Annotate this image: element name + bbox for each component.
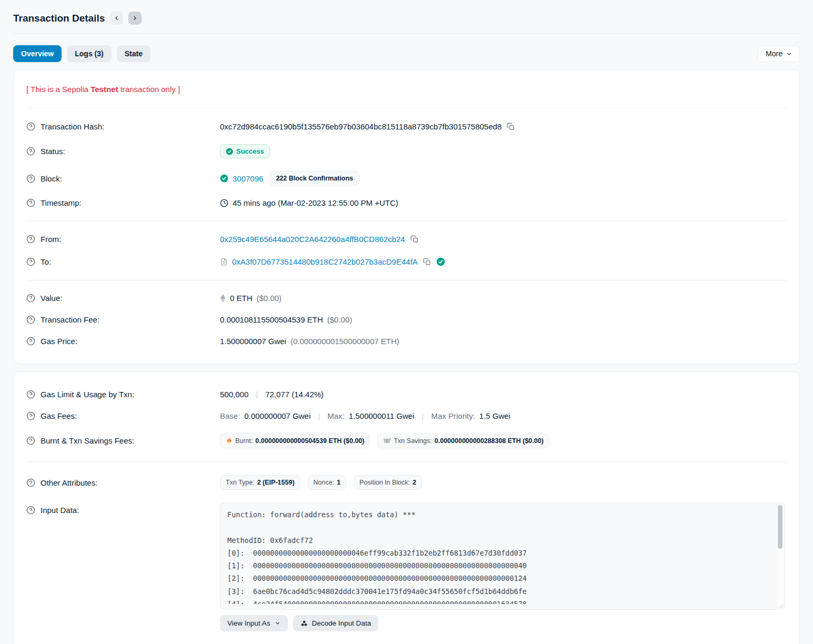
tab-overview[interactable]: Overview: [13, 45, 62, 62]
copy-icon: [410, 235, 418, 243]
gas-limit-label: Gas Limit & Usage by Txn:: [41, 390, 134, 399]
more-button-label: More: [766, 49, 782, 58]
to-label: To:: [41, 257, 51, 266]
pipe-separator: |: [253, 390, 261, 399]
help-circle-icon[interactable]: [26, 315, 35, 324]
help-circle-icon[interactable]: [26, 337, 35, 346]
money-wings-icon: [383, 437, 391, 444]
to-row: To: 0xA3f07D6773514480b918C2742b027b3acD…: [26, 250, 787, 273]
from-label: From:: [41, 235, 61, 244]
value-row: Value: 0 ETH ($0.00): [26, 287, 787, 309]
help-circle-icon[interactable]: [26, 478, 35, 487]
transaction-hash-row: Transaction Hash: 0xc72d984ccac6190b5f13…: [26, 115, 787, 138]
resize-handle-icon[interactable]: [778, 603, 784, 608]
gas-price-value: 1.500000007 Gwei: [220, 337, 286, 346]
status-text: Success: [236, 147, 264, 155]
max-priority-fee-label: Max Priority:: [431, 411, 475, 420]
next-transaction-button[interactable]: [128, 12, 142, 25]
input-data-row: Input Data: Function: forward(address to…: [26, 496, 787, 638]
pipe-separator: |: [315, 411, 323, 420]
burnt-badge: Burnt: 0.000000000000504539 ETH ($0.00): [220, 433, 370, 448]
chevron-down-icon: [275, 620, 280, 626]
more-dropdown-button[interactable]: More: [758, 45, 800, 62]
burnt-savings-label: Burnt & Txn Savings Fees:: [41, 436, 134, 445]
contract-file-icon: [220, 258, 228, 266]
gas-price-row: Gas Price: 1.500000007 Gwei (0.000000001…: [26, 330, 787, 352]
copy-icon: [507, 123, 515, 130]
copy-hash-button[interactable]: [506, 122, 516, 132]
txn-savings-badge-value: 0.000000000000288308 ETH ($0.00): [435, 437, 544, 445]
divider: [26, 461, 787, 462]
view-input-as-label: View Input As: [227, 619, 270, 627]
help-circle-icon[interactable]: [26, 235, 35, 244]
overview-card: [ This is a Sepolia Testnet transaction …: [13, 69, 800, 364]
gas-price-label: Gas Price:: [41, 337, 77, 346]
to-address-link[interactable]: 0xA3f07D6773514480b918C2742b027b3acD9E44…: [232, 257, 418, 266]
help-circle-icon[interactable]: [26, 436, 35, 445]
gas-fees-row: Gas Fees: Base: 0.000000007 Gwei | Max: …: [26, 405, 787, 427]
help-circle-icon[interactable]: [26, 122, 35, 131]
chevron-left-icon: [114, 15, 119, 21]
help-circle-icon[interactable]: [26, 506, 35, 515]
copy-from-address-button[interactable]: [409, 234, 419, 244]
txn-type-label: Txn Type:: [226, 479, 255, 486]
ethereum-icon: [220, 294, 226, 303]
timestamp-value: 45 mins ago (Mar-02-2023 12:55:00 PM +UT…: [233, 198, 398, 207]
status-row: Status: Success: [26, 138, 787, 165]
page: Transaction Details Overview Logs (3) St…: [0, 0, 813, 644]
transaction-fee-usd: ($0.00): [327, 315, 353, 324]
verified-check-circle-icon: [436, 257, 445, 266]
txn-savings-badge-label: Txn Savings:: [394, 437, 431, 445]
chevron-down-icon: [786, 51, 792, 57]
help-circle-icon[interactable]: [26, 411, 35, 420]
input-data-label: Input Data:: [41, 506, 79, 515]
burnt-badge-value: 0.000000000000504539 ETH ($0.00): [255, 437, 364, 445]
value-usd: ($0.00): [257, 294, 282, 303]
help-circle-icon[interactable]: [26, 257, 35, 266]
input-data-textarea[interactable]: Function: forward(address to,bytes data)…: [220, 502, 785, 610]
gas-limit-row: Gas Limit & Usage by Txn: 500,000 | 72,0…: [26, 384, 787, 405]
input-data-scrollbar[interactable]: [777, 504, 784, 608]
page-header: Transaction Details: [13, 7, 800, 34]
position-in-block-badge: Position In Block: 2: [354, 475, 422, 490]
decode-input-data-button[interactable]: Decode Input Data: [293, 615, 379, 631]
txn-type-value: 2 (EIP-1559): [257, 479, 295, 486]
help-circle-icon[interactable]: [26, 294, 35, 303]
tab-logs[interactable]: Logs (3): [67, 45, 111, 62]
burnt-badge-label: Burnt:: [235, 437, 253, 445]
position-in-block-value: 2: [413, 479, 416, 486]
decode-icon: [300, 620, 308, 627]
divider: [26, 280, 787, 280]
value-amount: 0 ETH: [230, 294, 253, 303]
timestamp-label: Timestamp:: [41, 198, 82, 207]
gas-price-eth: (0.000000001500000007 ETH): [290, 337, 399, 346]
from-address-link[interactable]: 0x259c49E65644a020C2A642260a4ffB0CD862cb…: [220, 235, 405, 244]
help-circle-icon[interactable]: [26, 147, 35, 156]
position-in-block-label: Position In Block:: [359, 479, 410, 486]
gas-fees-label: Gas Fees:: [41, 411, 77, 420]
tab-state[interactable]: State: [117, 45, 150, 62]
decode-button-label: Decode Input Data: [312, 619, 372, 627]
help-circle-icon[interactable]: [26, 198, 35, 207]
copy-icon: [423, 258, 431, 266]
previous-transaction-button[interactable]: [110, 12, 123, 25]
status-badge: Success: [220, 144, 270, 158]
max-priority-fee-value: 1.5 Gwei: [479, 411, 510, 420]
other-attributes-row: Other Attributes: Txn Type: 2 (EIP-1559)…: [26, 469, 787, 496]
pipe-separator: |: [419, 411, 427, 420]
transaction-fee-label: Transaction Fee:: [41, 315, 99, 324]
burnt-savings-row: Burnt & Txn Savings Fees: Burnt: 0.00000…: [26, 427, 787, 455]
view-input-as-dropdown[interactable]: View Input As: [220, 615, 288, 631]
value-label: Value:: [41, 294, 62, 303]
transaction-hash-value: 0xc72d984ccac6190b5f135576eb97b03604bc81…: [220, 122, 501, 131]
scrollbar-thumb[interactable]: [778, 505, 782, 549]
block-number-link[interactable]: 3007096: [233, 174, 263, 183]
from-row: From: 0x259c49E65644a020C2A642260a4ffB0C…: [26, 228, 787, 250]
nonce-value: 1: [337, 479, 340, 486]
help-circle-icon[interactable]: [26, 390, 35, 399]
divider: [26, 220, 787, 221]
divider: [26, 108, 787, 108]
help-circle-icon[interactable]: [26, 174, 35, 183]
block-label: Block:: [41, 174, 62, 183]
copy-to-address-button[interactable]: [422, 257, 432, 267]
